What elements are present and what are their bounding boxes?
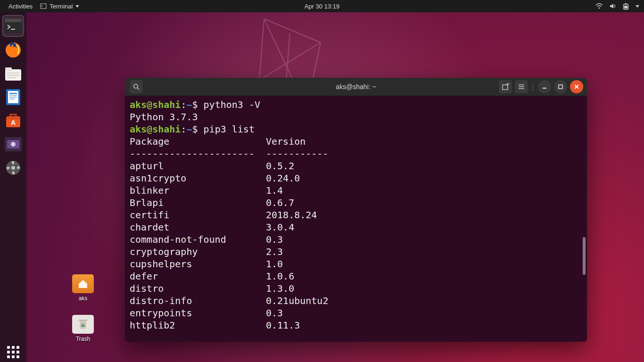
dock-item-software[interactable]: A bbox=[3, 110, 24, 131]
top-panel: Activities Terminal Apr 30 13:19 bbox=[0, 0, 644, 12]
terminal-body[interactable]: aks@shahi:~$ python3 -V Python 3.7.3 aks… bbox=[125, 96, 587, 342]
search-button[interactable] bbox=[130, 80, 143, 93]
svg-line-45 bbox=[137, 88, 139, 90]
launcher-dock: A bbox=[0, 12, 26, 362]
minimize-icon bbox=[542, 84, 547, 90]
folder-home-icon bbox=[72, 274, 94, 293]
svg-point-33 bbox=[11, 166, 15, 170]
trash-icon bbox=[72, 315, 94, 334]
svg-rect-46 bbox=[503, 85, 508, 90]
svg-text:A: A bbox=[11, 119, 16, 126]
files-icon bbox=[5, 66, 22, 81]
svg-rect-13 bbox=[5, 19, 22, 22]
desktop-icon-trash-label: Trash bbox=[66, 336, 100, 342]
close-button[interactable] bbox=[570, 80, 583, 93]
scrollbar-thumb[interactable] bbox=[583, 237, 586, 275]
svg-rect-24 bbox=[9, 95, 17, 96]
screenshot-icon bbox=[5, 137, 22, 151]
svg-rect-26 bbox=[9, 99, 15, 99]
writer-icon bbox=[5, 88, 21, 106]
svg-point-31 bbox=[11, 142, 16, 147]
apps-grid-icon bbox=[7, 346, 19, 358]
svg-rect-25 bbox=[9, 97, 17, 98]
desktop-icon-trash[interactable]: Trash bbox=[66, 315, 100, 342]
show-applications-button[interactable] bbox=[0, 346, 26, 358]
maximize-button[interactable] bbox=[554, 80, 567, 93]
svg-line-0 bbox=[264, 19, 321, 42]
desktop-icon-home-label: aks bbox=[66, 295, 100, 302]
terminal-window: aks@shahi: ~ aks@shahi:~$ python3 -V Pyt… bbox=[125, 78, 587, 342]
terminal-titlebar[interactable]: aks@shahi: ~ bbox=[125, 78, 587, 96]
dock-item-files[interactable] bbox=[3, 63, 24, 84]
svg-rect-23 bbox=[9, 93, 17, 94]
dock-item-writer[interactable] bbox=[3, 87, 24, 107]
software-icon: A bbox=[5, 113, 22, 129]
svg-rect-20 bbox=[7, 77, 16, 78]
new-tab-icon bbox=[502, 83, 509, 90]
settings-icon bbox=[5, 160, 21, 176]
close-icon bbox=[574, 84, 579, 90]
maximize-icon bbox=[558, 84, 563, 90]
svg-rect-19 bbox=[7, 75, 19, 76]
svg-line-3 bbox=[259, 19, 264, 80]
search-icon bbox=[133, 83, 140, 90]
clock-button[interactable]: Apr 30 13:19 bbox=[0, 3, 644, 10]
dock-item-firefox[interactable] bbox=[3, 40, 24, 60]
svg-rect-18 bbox=[7, 73, 19, 74]
desktop-icon-home[interactable]: aks bbox=[66, 274, 100, 302]
terminal-output: aks@shahi:~$ python3 -V Python 3.7.3 aks… bbox=[130, 99, 582, 331]
clock-label: Apr 30 13:19 bbox=[305, 3, 339, 10]
hamburger-icon bbox=[518, 84, 525, 90]
svg-line-5 bbox=[259, 42, 321, 80]
terminal-icon bbox=[5, 19, 22, 33]
svg-rect-53 bbox=[559, 85, 562, 89]
firefox-icon bbox=[4, 41, 22, 59]
dock-item-screenshot[interactable] bbox=[3, 134, 24, 155]
new-tab-button[interactable] bbox=[499, 80, 512, 93]
hamburger-menu-button[interactable] bbox=[515, 80, 528, 93]
svg-rect-17 bbox=[5, 67, 12, 71]
dock-item-settings[interactable] bbox=[3, 157, 24, 178]
titlebar-separator bbox=[533, 82, 533, 91]
svg-point-44 bbox=[133, 84, 137, 88]
minimize-button[interactable] bbox=[538, 80, 551, 93]
terminal-title: aks@shahi: ~ bbox=[336, 83, 376, 90]
svg-rect-43 bbox=[79, 320, 87, 321]
dock-item-terminal[interactable] bbox=[2, 15, 24, 37]
